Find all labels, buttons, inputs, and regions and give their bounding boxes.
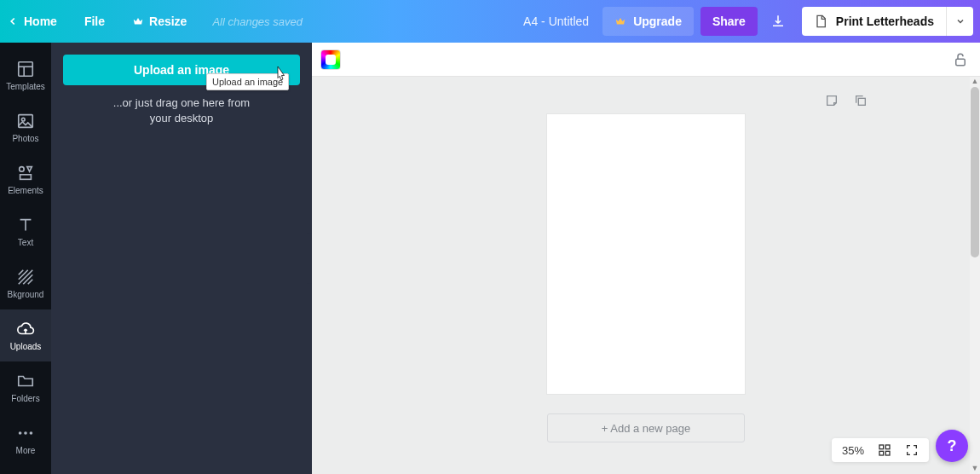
- more-icon: [16, 424, 35, 442]
- file-label: File: [84, 14, 105, 28]
- help-label: ?: [948, 437, 957, 455]
- svg-point-5: [20, 167, 25, 172]
- home-label: Home: [24, 14, 57, 28]
- svg-marker-6: [27, 167, 32, 172]
- svg-rect-16: [885, 451, 890, 455]
- main-area: Templates Photos Elements Text Bkground …: [0, 43, 980, 474]
- app-header: Home File Resize All changes saved A4 - …: [0, 0, 980, 43]
- crown-icon: [132, 15, 144, 27]
- note-icon: [825, 94, 839, 107]
- upgrade-button[interactable]: Upgrade: [602, 7, 694, 36]
- scroll-down-icon[interactable]: ▼: [970, 464, 980, 474]
- file-button[interactable]: File: [71, 0, 118, 43]
- chevron-left-icon: [7, 15, 19, 27]
- resize-button[interactable]: Resize: [118, 0, 200, 43]
- svg-rect-13: [879, 445, 884, 449]
- color-swatch-button[interactable]: [320, 49, 341, 70]
- folders-icon: [16, 372, 35, 390]
- crown-icon: [614, 15, 626, 27]
- svg-point-10: [30, 431, 33, 435]
- upgrade-label: Upgrade: [633, 14, 682, 28]
- home-button[interactable]: Home: [0, 0, 71, 43]
- uploads-panel: Upload an image ...or just drag one here…: [51, 43, 312, 474]
- rail-item-folders[interactable]: Folders: [0, 361, 51, 413]
- svg-point-9: [24, 431, 27, 435]
- grid-view-button[interactable]: [878, 443, 891, 457]
- save-status: All changes saved: [200, 15, 314, 28]
- download-icon: [770, 14, 786, 29]
- text-icon: [16, 216, 35, 234]
- lock-button[interactable]: [949, 49, 971, 71]
- rail-label: More: [16, 446, 36, 455]
- drag-hint-line: ...or just drag one here from: [113, 95, 250, 111]
- svg-rect-14: [885, 445, 890, 449]
- duplicate-page-button[interactable]: [854, 94, 868, 107]
- fullscreen-icon: [905, 443, 919, 457]
- canvas-stage[interactable]: + Add a new page ▲ ▼ 35% ?: [312, 77, 980, 474]
- vertical-scrollbar[interactable]: ▲ ▼: [970, 77, 980, 474]
- rail-label: Photos: [12, 134, 38, 143]
- drag-hint-line: your desktop: [113, 111, 250, 126]
- scroll-thumb[interactable]: [971, 87, 979, 257]
- elements-icon: [16, 164, 35, 182]
- photos-icon: [16, 112, 35, 130]
- svg-point-4: [21, 118, 25, 121]
- share-button[interactable]: Share: [700, 7, 758, 36]
- rail-item-more[interactable]: More: [0, 413, 51, 465]
- upload-tooltip: Upload an image: [206, 73, 289, 90]
- svg-rect-0: [19, 62, 33, 77]
- rail-item-uploads[interactable]: Uploads: [0, 309, 51, 361]
- rail-label: Uploads: [10, 342, 42, 351]
- grid-icon: [878, 443, 891, 457]
- copy-icon: [854, 94, 868, 107]
- help-fab[interactable]: ?: [936, 430, 968, 462]
- templates-icon: [16, 60, 35, 78]
- rail-label: Bkground: [8, 290, 44, 299]
- lock-open-icon: [953, 52, 968, 67]
- svg-rect-12: [858, 98, 865, 105]
- background-icon: [16, 268, 35, 286]
- bottom-tools: 35%: [832, 438, 929, 462]
- document-title[interactable]: A4 - Untitled: [513, 14, 599, 28]
- download-button[interactable]: [761, 0, 795, 43]
- canvas-page[interactable]: [547, 114, 745, 394]
- svg-rect-11: [956, 59, 966, 66]
- stage-wrap: + Add a new page ▲ ▼ 35% ?: [312, 43, 980, 474]
- sidebar-rail: Templates Photos Elements Text Bkground …: [0, 43, 51, 474]
- svg-point-8: [19, 431, 22, 435]
- rail-label: Folders: [11, 394, 39, 403]
- rail-item-text[interactable]: Text: [0, 205, 51, 257]
- notes-button[interactable]: [825, 94, 839, 107]
- rail-label: Elements: [8, 186, 43, 195]
- svg-rect-7: [20, 175, 32, 180]
- rail-item-templates[interactable]: Templates: [0, 49, 51, 101]
- resize-label: Resize: [149, 14, 187, 28]
- print-label: Print Letterheads: [836, 14, 934, 28]
- rail-item-photos[interactable]: Photos: [0, 101, 51, 153]
- rail-item-elements[interactable]: Elements: [0, 153, 51, 205]
- header-right-cluster: A4 - Untitled Upgrade Share Print Letter…: [513, 0, 980, 43]
- scroll-up-icon[interactable]: ▲: [970, 77, 980, 87]
- fullscreen-button[interactable]: [905, 443, 919, 457]
- rail-label: Text: [18, 238, 33, 247]
- chevron-down-icon: [955, 16, 966, 26]
- svg-rect-15: [879, 451, 884, 455]
- zoom-level[interactable]: 35%: [842, 444, 864, 457]
- add-page-button[interactable]: + Add a new page: [547, 413, 745, 442]
- drag-hint: ...or just drag one here from your deskt…: [113, 95, 250, 126]
- uploads-icon: [16, 320, 35, 338]
- add-page-label: + Add a new page: [602, 422, 690, 435]
- print-button-group: Print Letterheads: [802, 7, 973, 36]
- header-left-cluster: Home File Resize All changes saved: [0, 0, 314, 43]
- page-actions: [825, 94, 868, 107]
- editor-toolbar: [312, 43, 980, 77]
- rail-item-bkground[interactable]: Bkground: [0, 257, 51, 309]
- document-icon: [814, 14, 827, 28]
- print-button[interactable]: Print Letterheads: [802, 7, 946, 36]
- print-dropdown-toggle[interactable]: [946, 7, 973, 36]
- rail-label: Templates: [6, 82, 45, 91]
- share-label: Share: [712, 14, 746, 28]
